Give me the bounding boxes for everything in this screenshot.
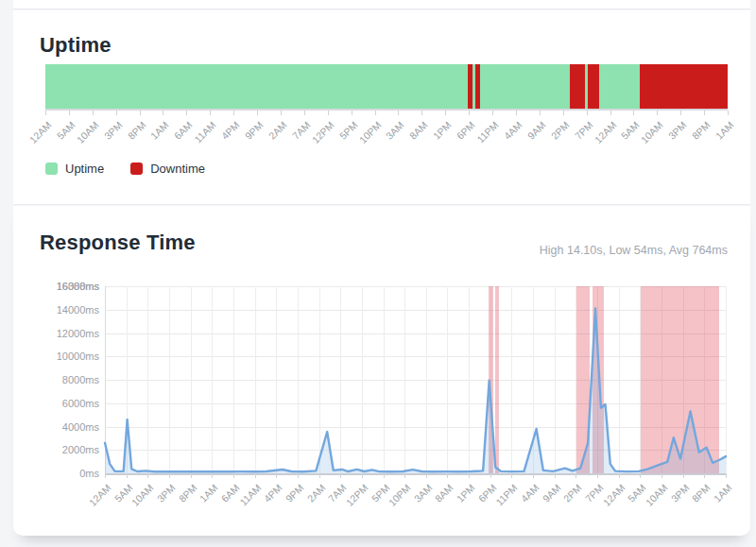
axis-tick (233, 473, 234, 478)
x-tick-label: 9AM (540, 482, 562, 504)
axis-tick (45, 111, 46, 115)
y-tick-label: 4000ms (62, 420, 99, 434)
x-tick-label: 5PM (336, 119, 359, 142)
axis-tick (210, 111, 211, 115)
axis-tick (116, 111, 117, 115)
uptime-segment-down[interactable] (640, 64, 728, 109)
axis-tick (233, 111, 234, 115)
axis-tick (163, 111, 163, 115)
x-tick-label: 3PM (666, 119, 689, 142)
axis-tick (169, 473, 170, 478)
y-tick-label: 0ms (79, 467, 99, 480)
axis-tick (362, 473, 363, 478)
x-tick-label: 3PM (155, 482, 178, 504)
axis-tick (469, 111, 470, 115)
x-tick-label: 12AM (87, 482, 113, 508)
uptime-segment-up[interactable] (599, 64, 640, 109)
axis-tick (516, 111, 517, 115)
x-tick-label: 11PM (494, 482, 520, 507)
response-line-chart (105, 286, 726, 473)
axis-tick (398, 111, 399, 115)
axis-tick (147, 473, 148, 478)
axis-tick (704, 111, 705, 115)
response-chart-plot[interactable] (105, 286, 726, 473)
x-tick-label: 2AM (304, 482, 327, 504)
x-tick-label: 2PM (548, 119, 571, 142)
y-axis-max-label: 16388ms (57, 280, 99, 293)
x-tick-label: 12PM (343, 482, 369, 508)
uptime-segment-up[interactable] (45, 64, 468, 109)
x-tick-label: 8PM (690, 119, 713, 142)
axis-tick (105, 473, 106, 478)
axis-tick (576, 473, 576, 478)
axis-tick (563, 111, 564, 115)
x-tick-label: 7PM (572, 119, 594, 142)
axis-tick (375, 111, 376, 115)
axis-tick (255, 473, 256, 478)
axis-tick (257, 111, 258, 115)
axis-tick (140, 111, 141, 115)
response-y-axis-labels: 0ms2000ms4000ms6000ms8000ms10000ms12000m… (13, 286, 99, 473)
x-tick-label: 11AM (192, 119, 217, 145)
x-tick-label: 9AM (525, 119, 548, 142)
axis-tick (533, 473, 534, 478)
axis-tick (127, 473, 128, 478)
y-tick-label: 14000ms (57, 303, 99, 316)
x-tick-label: 8AM (407, 119, 430, 142)
x-tick-label: 1AM (712, 482, 734, 504)
axis-tick (281, 111, 282, 115)
axis-tick (276, 473, 277, 478)
axis-tick (490, 473, 491, 478)
uptime-segment-up[interactable] (480, 64, 570, 109)
x-tick-label: 8PM (176, 482, 198, 504)
axis-tick (619, 473, 620, 478)
response-time-stats: High 14.10s, Low 54ms, Avg 764ms (540, 244, 728, 257)
x-tick-label: 11PM (474, 119, 500, 145)
x-tick-label: 12AM (27, 119, 54, 145)
previous-card-bottom-edge (13, 0, 750, 9)
x-tick-label: 2PM (561, 482, 584, 504)
y-tick-label: 10000ms (57, 350, 99, 363)
uptime-status-bar[interactable] (45, 64, 728, 109)
x-tick-label: 10PM (356, 119, 383, 145)
legend-label-uptime: Uptime (65, 162, 104, 176)
axis-tick (683, 473, 684, 478)
x-tick-label: 3AM (384, 119, 406, 142)
axis-tick (597, 473, 598, 478)
uptime-segment-down[interactable] (570, 64, 585, 109)
x-tick-label: 5AM (55, 119, 77, 142)
axis-tick (610, 111, 611, 115)
axis-tick (657, 111, 658, 115)
response-time-card: Response Time High 14.10s, Low 54ms, Avg… (13, 206, 750, 536)
axis-tick (728, 111, 729, 115)
x-tick-label: 12AM (592, 119, 618, 145)
x-tick-label: 3AM (412, 482, 435, 504)
uptime-title: Uptime (40, 33, 112, 58)
x-tick-label: 8AM (433, 482, 455, 504)
axis-tick (328, 111, 329, 115)
response-time-axis: 12AM5AM10AM3PM8PM1AM6AM11AM4PM9PM2AM7AM1… (105, 473, 726, 532)
axis-tick (640, 473, 641, 478)
uptime-legend: Uptime Downtime (45, 162, 205, 176)
x-tick-label: 1PM (455, 482, 477, 504)
x-tick-label: 3PM (668, 482, 691, 504)
v-gridline (726, 286, 727, 473)
axis-tick (212, 473, 213, 478)
x-tick-label: 10AM (74, 119, 100, 145)
uptime-segment-down[interactable] (588, 64, 599, 109)
response-time-title: Response Time (40, 231, 196, 255)
x-tick-label: 1AM (148, 119, 171, 142)
x-tick-label: 4PM (262, 482, 284, 504)
x-tick-label: 8PM (125, 119, 147, 142)
x-tick-label: 6PM (455, 119, 477, 142)
y-tick-label: 6000ms (62, 397, 99, 410)
x-tick-label: 1PM (431, 119, 454, 142)
x-tick-label: 4PM (219, 119, 242, 142)
x-tick-label: 9PM (284, 482, 306, 504)
legend-swatch-up (45, 162, 58, 175)
x-tick-label: 2AM (266, 119, 289, 142)
axis-tick (304, 111, 305, 115)
x-tick-label: 10AM (644, 482, 670, 508)
axis-tick (445, 111, 446, 115)
uptime-card: Uptime 12AM5AM10AM3PM8PM1AM6AM11AM4PM9PM… (13, 10, 750, 205)
